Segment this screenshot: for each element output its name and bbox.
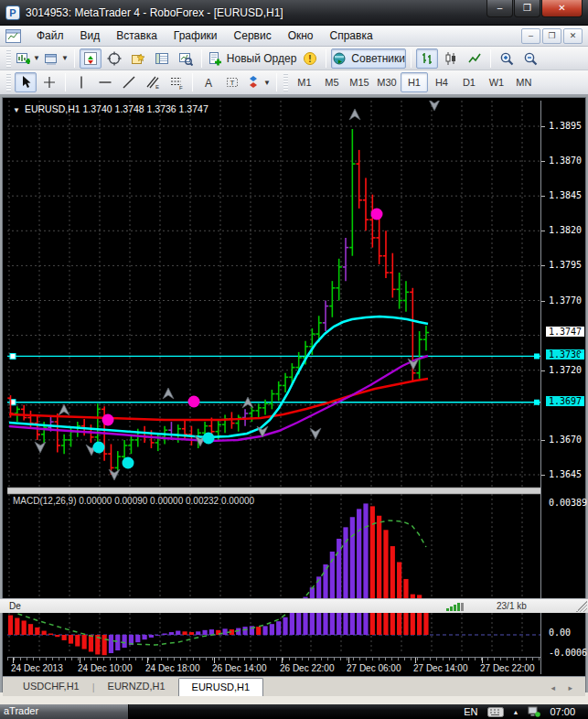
channel-tool-button[interactable]: E [142,72,164,92]
network-icon[interactable] [528,706,540,717]
candlestick-mode-button[interactable] [440,48,462,69]
new-order-button[interactable]: Новый Ордер [207,48,297,69]
menu-charts[interactable]: Графики [166,27,226,44]
tab-scroll-arrows[interactable]: ◂ ▸ [551,683,578,696]
timeframe-mn[interactable]: MN [510,72,538,92]
macd-histogram-bar [48,634,53,635]
timeframe-m5[interactable]: M5 [318,72,346,92]
alert-button[interactable]: ! [299,48,321,69]
title-bar[interactable]: P 3014953: MetaTrader 4 - RoboForex - [E… [0,0,588,26]
language-indicator[interactable]: EN [464,706,477,717]
buy-signal-dot [371,209,383,220]
tab-eurnzd[interactable]: EURNZD,H1 [95,678,178,696]
timeframe-w1[interactable]: W1 [483,72,510,92]
navigator-star-icon [131,51,145,66]
price-axis-tick [541,196,545,197]
window-title: 3014953: MetaTrader 4 - RoboForex - [EUR… [26,6,486,19]
resize-grip[interactable] [576,601,587,612]
price-axis[interactable]: 1.38951.38701.38451.38201.37951.37701.37… [540,101,584,674]
market-watch-button[interactable] [80,48,102,69]
candlestick-icon [444,51,458,66]
text-label-tool-button[interactable]: T [221,72,243,92]
time-axis[interactable]: 24 Dec 201324 Dec 10:0024 Dec 18:0026 De… [7,657,540,676]
horizontal-line-tool-button[interactable] [94,72,116,92]
price-axis-tick [541,161,545,162]
timeframe-m1[interactable]: M1 [291,72,318,92]
minimize-button[interactable]: – [486,0,513,17]
menu-view[interactable]: Вид [72,27,109,44]
profiles-button[interactable]: ▼ [43,48,69,69]
macd-axis-zero: 0.00 [549,628,571,638]
toolbar-grip[interactable] [6,73,11,91]
child-close-button[interactable]: ✕ [563,28,583,44]
ohlc-readout: EURUSD,H1 1.3740 1.3748 1.3736 1.3747 [25,103,208,114]
timeframe-h4[interactable]: H4 [428,72,455,92]
taskbar-app-button[interactable]: aTrader [0,704,129,719]
keyboard-icon[interactable] [487,707,504,717]
experts-button[interactable]: Советники [331,48,406,69]
macd-histogram-bar [276,621,281,635]
tab-usdchf[interactable]: USDCHF,H1 [10,678,92,696]
system-tray: EN ▲ 07:00 [464,706,588,717]
trendline-tool-button[interactable] [118,72,140,92]
menu-file[interactable]: Файл [28,27,72,44]
zoom-out-button[interactable] [519,48,541,69]
price-axis-label: 1.3770 [549,295,582,306]
clock[interactable]: 07:00 [550,706,575,717]
close-button[interactable]: ✕ [541,0,583,17]
menu-window[interactable]: Окно [280,27,322,44]
price-axis-label: 1.3820 [549,225,582,235]
strategy-tester-button[interactable] [175,48,197,69]
price-chart[interactable] [7,101,542,657]
macd-histogram-bar [82,635,87,649]
sell-signal-dot [123,457,134,469]
toolbar-grip[interactable] [283,73,288,91]
maximize-button[interactable]: ❐ [514,0,540,17]
terminal-button[interactable] [151,48,173,69]
navigator-button[interactable] [127,48,149,69]
macd-histogram-bar [343,527,347,635]
toolbar-separator [192,73,193,91]
timeframe-m15[interactable]: M15 [346,72,373,92]
status-text: De [9,601,21,611]
dropdown-arrow-icon: ▼ [61,54,69,62]
chevron-down-icon: ▼ [13,106,20,114]
timeframe-d1[interactable]: D1 [455,72,483,92]
macd-histogram-bar [69,635,73,644]
toolbar-grip[interactable] [6,49,11,68]
traffic-counter: 23/1 kb [497,601,527,611]
zoom-in-button[interactable] [496,48,518,69]
macd-histogram-bar [89,635,93,652]
cursor-tool-button[interactable] [15,72,37,92]
menu-tools[interactable]: Сервис [226,27,280,44]
text-label-icon: T [225,75,240,90]
menu-insert[interactable]: Вставка [108,27,166,44]
tray-expand-icon[interactable]: ▲ [513,709,519,715]
new-order-label: Новый Ордер [227,52,296,65]
text-tool-button[interactable]: A [198,72,219,92]
arrows-tool-button[interactable]: ▼ [245,72,272,92]
child-minimize-button[interactable]: – [521,28,540,44]
bar-chart-mode-button[interactable] [416,48,438,69]
channel-icon: E [145,75,160,90]
macd-histogram-bar [196,631,200,635]
price-axis-label: 1.3845 [549,190,582,200]
svg-text:F: F [179,85,183,91]
new-chart-button[interactable]: ▼ [15,48,41,69]
menu-help[interactable]: Справка [322,27,381,44]
timeframe-h1[interactable]: H1 [401,72,428,92]
timeframe-m30[interactable]: M30 [373,72,401,92]
child-restore-button[interactable]: ❐ [542,28,561,44]
macd-histogram-bar [370,506,375,635]
data-window-button[interactable] [103,48,125,69]
fibonacci-tool-button[interactable]: F [166,72,187,92]
chart-window-icon [5,29,21,43]
macd-histogram-bar [390,546,395,635]
macd-histogram-bar [35,628,39,635]
crosshair-tool-button[interactable] [38,72,60,92]
level-edge-mark [580,353,584,360]
macd-histogram-bar [363,503,368,635]
tab-eurusd-active[interactable]: EURUSD,H1 [178,678,264,696]
line-chart-mode-button[interactable] [464,48,486,69]
vertical-line-tool-button[interactable] [70,72,92,92]
